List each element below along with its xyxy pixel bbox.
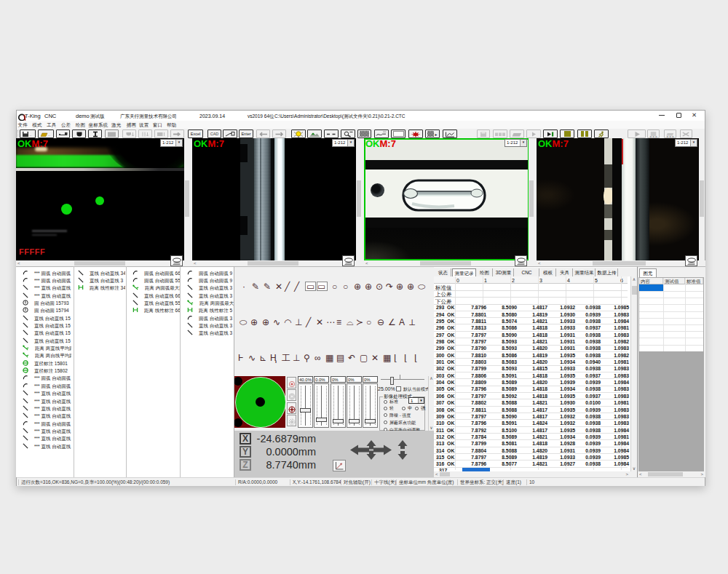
svg-text:■ ■ ■: ■ ■ ■ (667, 135, 674, 137)
svg-text:..: .. (48, 132, 50, 137)
svg-text:..: .. (30, 132, 32, 137)
svg-text:■ ■ ■: ■ ■ ■ (650, 135, 657, 137)
